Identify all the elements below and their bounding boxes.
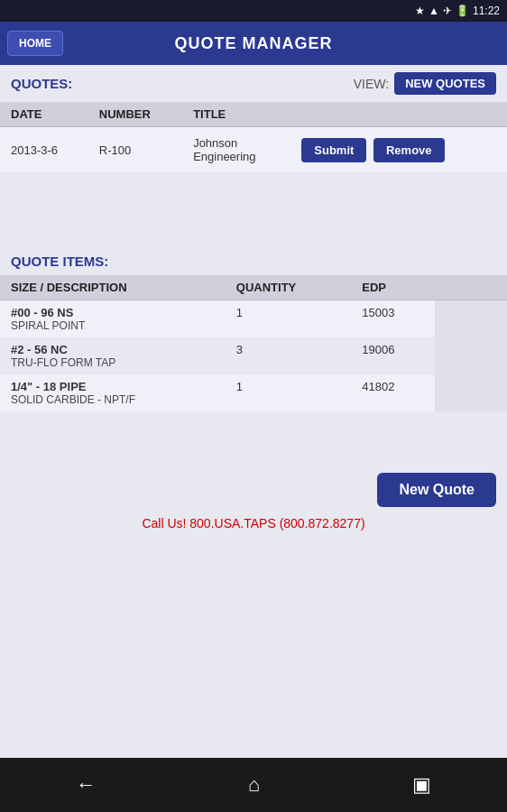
quote-date: 2013-3-6 — [0, 127, 88, 173]
items-table-header: SIZE / DESCRIPTION QUANTITY EDP — [0, 275, 507, 300]
item-line1-0: #00 - 96 NS — [11, 306, 215, 319]
quotes-section-header: QUOTES: VIEW: NEW QUOTES — [0, 65, 507, 102]
app-header: HOME QUOTE MANAGER — [0, 22, 507, 65]
table-row: #2 - 56 NC TRU-FLO FORM TAP 3 19006 — [0, 337, 507, 374]
col-extra — [435, 275, 507, 300]
item-extra-0 — [435, 300, 507, 338]
col-number: NUMBER — [88, 102, 182, 127]
view-label: VIEW: — [354, 77, 389, 91]
bluetooth-icon: ★ — [415, 5, 425, 17]
col-date: DATE — [0, 102, 88, 127]
item-line2-0: SPIRAL POINT — [11, 319, 215, 332]
remove-button[interactable]: Remove — [373, 138, 445, 162]
view-section: VIEW: NEW QUOTES — [354, 72, 496, 95]
spacer-2 — [0, 411, 507, 466]
quotes-table-header: DATE NUMBER TITLE — [0, 102, 507, 127]
table-row: 1/4" - 18 PIPE SOLID CARBIDE - NPT/F 1 4… — [0, 374, 507, 411]
col-actions — [290, 102, 507, 127]
home-button[interactable]: HOME — [7, 31, 63, 56]
main-content: QUOTES: VIEW: NEW QUOTES DATE NUMBER TIT… — [0, 65, 507, 758]
battery-icon: 🔋 — [456, 5, 469, 17]
header-title: QUOTE MANAGER — [175, 34, 333, 53]
status-bar: ★ ▲ ✈ 🔋 11:22 — [0, 0, 507, 22]
navigation-bar: ← ⌂ ▣ — [0, 758, 507, 812]
item-desc-1: #2 - 56 NC TRU-FLO FORM TAP — [0, 337, 226, 374]
home-nav-icon[interactable]: ⌂ — [248, 773, 260, 797]
item-extra-2 — [435, 374, 507, 411]
item-qty-2: 1 — [226, 374, 351, 411]
col-edp: EDP — [351, 275, 435, 300]
quote-title: Johnson Engineering — [182, 127, 290, 173]
col-title: TITLE — [182, 102, 290, 127]
quote-number: R-100 — [88, 127, 182, 173]
back-icon[interactable]: ← — [76, 773, 96, 797]
item-edp-1: 19006 — [351, 337, 435, 374]
time-display: 11:22 — [473, 5, 500, 17]
item-edp-0: 15003 — [351, 300, 435, 338]
col-quantity: QUANTITY — [226, 275, 351, 300]
item-extra-1 — [435, 337, 507, 374]
table-row: #00 - 96 NS SPIRAL POINT 1 15003 — [0, 300, 507, 338]
new-quotes-button[interactable]: NEW QUOTES — [394, 72, 496, 95]
items-table: SIZE / DESCRIPTION QUANTITY EDP #00 - 96… — [0, 275, 507, 411]
call-us-text: Call Us! 800.USA.TAPS (800.872.8277) — [11, 512, 496, 534]
title-line1: Johnson — [193, 136, 237, 150]
recent-apps-icon[interactable]: ▣ — [412, 773, 431, 797]
item-line2-2: SOLID CARBIDE - NPT/F — [11, 393, 215, 406]
status-icons: ★ ▲ ✈ 🔋 11:22 — [415, 5, 500, 17]
title-line2: Engineering — [193, 150, 255, 163]
spacer-1 — [0, 172, 507, 245]
new-quote-button[interactable]: New Quote — [377, 473, 496, 507]
quotes-label: QUOTES: — [11, 76, 72, 91]
quote-actions: Submit Remove — [290, 127, 507, 173]
submit-button[interactable]: Submit — [301, 138, 366, 162]
item-line1-2: 1/4" - 18 PIPE — [11, 380, 215, 393]
wifi-icon: ▲ — [429, 5, 439, 17]
item-desc-2: 1/4" - 18 PIPE SOLID CARBIDE - NPT/F — [0, 374, 226, 411]
col-size-desc: SIZE / DESCRIPTION — [0, 275, 226, 300]
item-line2-1: TRU-FLO FORM TAP — [11, 356, 215, 369]
quote-items-label: QUOTE ITEMS: — [11, 254, 108, 269]
table-row: 2013-3-6 R-100 Johnson Engineering Submi… — [0, 127, 507, 173]
item-qty-0: 1 — [226, 300, 351, 338]
item-desc-0: #00 - 96 NS SPIRAL POINT — [0, 300, 226, 338]
item-qty-1: 3 — [226, 337, 351, 374]
item-edp-2: 41802 — [351, 374, 435, 411]
quote-items-header: QUOTE ITEMS: — [0, 245, 507, 275]
signal-icon: ✈ — [443, 5, 452, 17]
quotes-table: DATE NUMBER TITLE 2013-3-6 R-100 Johnson… — [0, 102, 507, 172]
item-line1-1: #2 - 56 NC — [11, 343, 215, 356]
bottom-area: New Quote Call Us! 800.USA.TAPS (800.872… — [0, 466, 507, 541]
